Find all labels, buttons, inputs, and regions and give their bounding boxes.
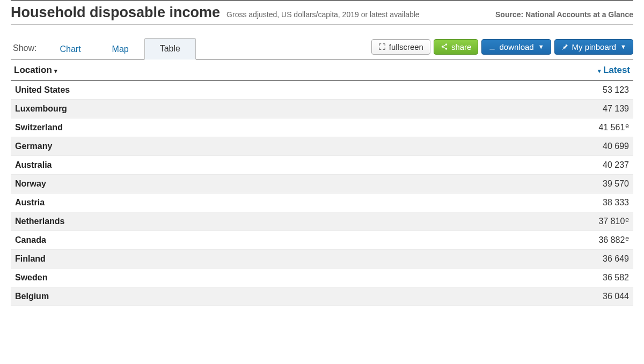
table-row[interactable]: Netherlands37 810e — [11, 212, 633, 231]
cell-value: 37 810e — [598, 217, 629, 226]
pinboard-label: My pinboard — [572, 42, 617, 51]
table-row[interactable]: Switzerland41 561e — [11, 118, 633, 137]
table-header: Location ▾ ▾ Latest — [11, 60, 633, 81]
cell-value: 53 123 — [603, 85, 629, 95]
cell-value: 36 882e — [598, 235, 629, 245]
download-label: download — [499, 42, 533, 51]
action-buttons: fullscreen share download ▼ — [371, 39, 633, 58]
column-header-location-label: Location — [14, 65, 52, 76]
cell-value-number: 39 570 — [603, 179, 629, 189]
cell-value: 39 570 — [603, 179, 629, 189]
cell-value-number: 36 044 — [603, 292, 629, 301]
page-title: Household disposable income — [11, 4, 220, 21]
cell-location: Germany — [15, 142, 52, 151]
table-row[interactable]: Sweden36 582 — [11, 269, 633, 287]
cell-value-number: 41 561 — [598, 123, 625, 132]
source-label: Source: National Accounts at a Glance — [495, 10, 633, 19]
table-row[interactable]: Australia40 237 — [11, 156, 633, 175]
chevron-down-icon: ▼ — [538, 43, 544, 50]
download-button[interactable]: download ▼ — [481, 39, 551, 55]
cell-location: Australia — [15, 160, 52, 170]
page-subtitle: Gross adjusted, US dollars/capita, 2019 … — [226, 10, 420, 19]
cell-value: 36 044 — [603, 292, 629, 301]
table-row[interactable]: United States53 123 — [11, 81, 633, 100]
cell-value-number: 40 699 — [603, 142, 629, 151]
cell-location: Luxembourg — [15, 104, 67, 114]
cell-value: 47 139 — [603, 104, 629, 114]
cell-value-number: 36 582 — [603, 273, 629, 283]
cell-location: Belgium — [15, 292, 49, 301]
fullscreen-button[interactable]: fullscreen — [371, 39, 430, 55]
table-row[interactable]: Finland36 649 — [11, 250, 633, 269]
cell-location: Finland — [15, 254, 46, 264]
cell-value-number: 36 649 — [603, 254, 629, 264]
fullscreen-label: fullscreen — [389, 42, 423, 51]
table-row[interactable]: Luxembourg47 139 — [11, 100, 633, 118]
sort-caret-icon: ▾ — [598, 68, 601, 75]
cell-value: 38 333 — [603, 198, 629, 207]
pin-icon — [561, 43, 569, 50]
cell-location: Sweden — [15, 273, 47, 283]
table-body: United States53 123Luxembourg47 139Switz… — [11, 81, 633, 306]
sort-caret-icon: ▾ — [54, 68, 57, 75]
data-table: Location ▾ ▾ Latest United States53 123L… — [11, 60, 633, 306]
cell-value-note: e — [625, 122, 629, 130]
cell-value-number: 53 123 — [603, 85, 629, 95]
cell-location: Austria — [15, 198, 45, 207]
cell-value-note: e — [625, 216, 629, 224]
table-row[interactable]: Germany40 699 — [11, 137, 633, 156]
fullscreen-icon — [378, 43, 386, 50]
cell-location: Netherlands — [15, 217, 64, 226]
column-header-location[interactable]: Location ▾ — [14, 65, 57, 76]
cell-value-number: 40 237 — [603, 160, 629, 170]
toolbar: Show: Chart Map Table fullscreen share — [11, 38, 633, 60]
tab-map[interactable]: Map — [97, 39, 144, 60]
tab-table[interactable]: Table — [144, 38, 196, 60]
source-name: National Accounts at a Glance — [525, 10, 633, 19]
pinboard-button[interactable]: My pinboard ▼ — [554, 39, 633, 55]
column-header-latest[interactable]: ▾ Latest — [598, 65, 630, 76]
cell-value: 36 582 — [603, 273, 629, 283]
cell-value: 40 237 — [603, 160, 629, 170]
table-row[interactable]: Canada36 882e — [11, 231, 633, 250]
tab-chart[interactable]: Chart — [44, 39, 96, 60]
top-divider — [11, 0, 633, 1]
table-row[interactable]: Norway39 570 — [11, 175, 633, 194]
cell-location: Switzerland — [15, 123, 63, 132]
cell-value: 36 649 — [603, 254, 629, 264]
share-button[interactable]: share — [434, 39, 479, 55]
source-prefix: Source: — [495, 10, 525, 19]
show-label: Show: — [11, 39, 44, 57]
view-tabs: Show: Chart Map Table — [11, 38, 196, 59]
cell-value-number: 36 882 — [598, 235, 625, 245]
cell-value-number: 37 810 — [598, 217, 625, 226]
cell-value: 40 699 — [603, 142, 629, 151]
cell-value: 41 561e — [598, 123, 629, 132]
cell-location: Canada — [15, 235, 46, 245]
table-row[interactable]: Austria38 333 — [11, 194, 633, 212]
table-row[interactable]: Belgium36 044 — [11, 287, 633, 306]
cell-value-note: e — [625, 235, 629, 242]
cell-location: Norway — [15, 179, 46, 189]
share-label: share — [451, 42, 472, 51]
column-header-latest-label: Latest — [603, 65, 630, 76]
cell-location: United States — [15, 85, 70, 95]
cell-value-number: 38 333 — [603, 198, 629, 207]
cell-value-number: 47 139 — [603, 104, 629, 114]
share-icon — [441, 43, 448, 50]
download-icon — [488, 43, 496, 50]
chevron-down-icon: ▼ — [620, 43, 626, 50]
page-header: Household disposable income Gross adjust… — [11, 4, 633, 25]
